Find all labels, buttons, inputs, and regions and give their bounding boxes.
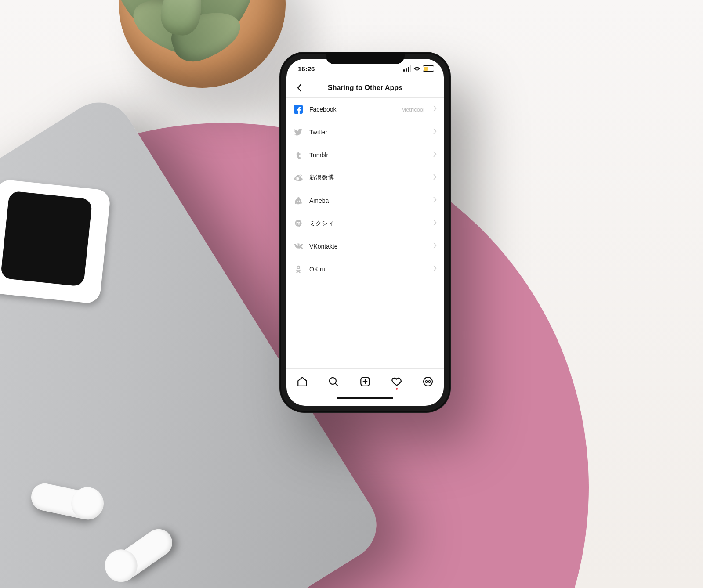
tab-activity[interactable] (387, 372, 406, 391)
status-time: 16:26 (298, 65, 315, 72)
camera-sticker-decor (0, 179, 111, 304)
share-row-weibo[interactable]: 新浪微博 (286, 166, 444, 189)
share-row-mixi[interactable]: ミクシィ (286, 212, 444, 235)
wifi-icon (413, 66, 420, 71)
svg-point-6 (428, 381, 430, 382)
notch (326, 52, 405, 64)
chevron-left-icon (297, 83, 302, 92)
share-row-label: Ameba (309, 197, 427, 204)
scene-background: 16:26 Sharing to Other Apps (0, 0, 703, 588)
mixi-icon (294, 219, 303, 228)
share-row-label: OK.ru (309, 266, 427, 273)
share-row-label: Tumblr (309, 152, 427, 159)
chevron-right-icon (433, 220, 437, 227)
activity-dot-indicator (396, 388, 398, 390)
ameba-icon (294, 196, 303, 206)
chevron-right-icon (433, 151, 437, 159)
share-row-label: Twitter (309, 129, 427, 136)
share-row-label: VKontakte (309, 243, 427, 250)
facebook-icon (294, 105, 303, 114)
vkontakte-icon (294, 242, 303, 251)
tab-new-post[interactable] (355, 372, 375, 391)
share-row-label: Facebook (309, 106, 395, 113)
heart-icon (391, 376, 402, 387)
chevron-right-icon (433, 105, 437, 113)
tab-profile[interactable] (418, 372, 438, 391)
back-button[interactable] (291, 78, 308, 97)
phone-frame: 16:26 Sharing to Other Apps (279, 52, 451, 413)
home-indicator (286, 397, 444, 406)
battery-icon (423, 65, 434, 72)
weibo-icon (294, 173, 303, 183)
chevron-right-icon (433, 197, 437, 205)
share-row-ameba[interactable]: Ameba (286, 189, 444, 212)
page-title: Sharing to Other Apps (328, 84, 402, 92)
tumblr-icon (294, 150, 303, 160)
chevron-right-icon (433, 265, 437, 273)
share-row-label: 新浪微博 (309, 174, 427, 182)
chevron-right-icon (433, 174, 437, 182)
profile-glasses-icon (422, 376, 434, 387)
tab-search[interactable] (324, 372, 343, 391)
chevron-right-icon (433, 128, 437, 136)
share-row-okru[interactable]: OK.ru (286, 258, 444, 281)
sharing-apps-list: Facebook Metricool Twitter Tumblr (286, 98, 444, 368)
nav-header: Sharing to Other Apps (286, 78, 444, 98)
share-row-tumblr[interactable]: Tumblr (286, 144, 444, 166)
cellular-signal-icon (403, 65, 411, 72)
plant-pot-decor (119, 0, 286, 88)
okru-icon (294, 264, 303, 274)
svg-point-5 (425, 381, 427, 382)
share-row-twitter[interactable]: Twitter (286, 121, 444, 144)
tab-bar (286, 368, 444, 397)
plus-square-icon (359, 376, 371, 387)
home-icon (297, 376, 308, 387)
phone-screen: 16:26 Sharing to Other Apps (286, 59, 444, 406)
search-icon (328, 376, 339, 387)
share-row-label: ミクシィ (309, 220, 427, 227)
share-row-detail: Metricool (401, 106, 424, 113)
tab-home[interactable] (293, 372, 312, 391)
share-row-facebook[interactable]: Facebook Metricool (286, 98, 444, 121)
twitter-icon (294, 127, 303, 137)
share-row-vkontakte[interactable]: VKontakte (286, 235, 444, 258)
chevron-right-icon (433, 242, 437, 250)
